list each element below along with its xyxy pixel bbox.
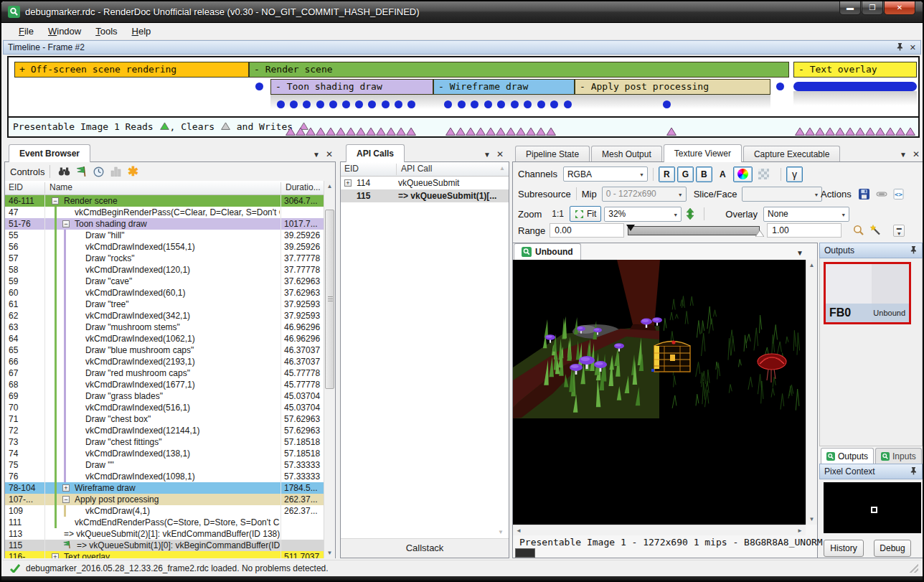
menu-file[interactable]: File — [11, 24, 41, 39]
timeline-draw-dot[interactable] — [511, 100, 519, 108]
save-texture-icon[interactable] — [856, 186, 873, 202]
event-row-72[interactable]: 72vkCmdDrawIndexed(12144,1)57.62963 — [5, 425, 324, 436]
api-calls-header[interactable]: EID API Call — [341, 162, 509, 177]
event-row-109[interactable]: 109vkCmdDraw(4,1)262.37... — [5, 505, 324, 517]
timeline-marker-bar[interactable]: - Render scene — [249, 62, 789, 78]
timeline-close-icon[interactable]: ✕ — [910, 43, 916, 52]
event-row-67[interactable]: 67Draw "red mushroom caps"45.77778 — [5, 367, 324, 379]
event-row-47[interactable]: 47vkCmdBeginRenderPass(C=Clear, D=Clear,… — [5, 207, 324, 218]
texture-tab-dropdown-icon[interactable]: ▼ — [796, 249, 803, 257]
collapse-icon[interactable]: − — [62, 496, 70, 503]
range-black-handle[interactable] — [626, 225, 635, 231]
tab-texture-viewer[interactable]: Texture Viewer — [664, 144, 742, 162]
time-draws-clock-icon[interactable] — [90, 164, 107, 179]
expand-icon[interactable]: + — [52, 553, 59, 558]
event-row-71[interactable]: 71Draw "chest box"57.62963 — [5, 413, 324, 425]
event-row-58[interactable]: 58vkCmdDrawIndexed(120,1)37.77778 — [5, 264, 324, 276]
texture-vscrollbar[interactable]: ▲ ▼ — [806, 260, 817, 525]
event-row-61[interactable]: 61Draw "tree"37.92593 — [5, 299, 324, 310]
fb0-thumbnail[interactable]: FB0 Unbound — [824, 262, 911, 324]
zoom-1to1-button[interactable]: 1:1 — [547, 206, 568, 222]
timeline-draw-dot[interactable] — [407, 100, 415, 108]
event-row-68[interactable]: 68vkCmdDrawIndexed(1677,1)45.77778 — [5, 379, 324, 390]
event-row-46111[interactable]: 46-111−Render scene3064.7... — [5, 195, 324, 207]
checkerboard-icon[interactable] — [755, 166, 773, 182]
timeline-draw-dot[interactable] — [524, 100, 532, 108]
event-row-76[interactable]: 76vkCmdDrawIndexed(1098,1)57.33333 — [5, 471, 324, 482]
api-call-row-114[interactable]: +114vkQueueSubmit — [341, 177, 509, 189]
channel-blue-button[interactable]: B — [696, 166, 712, 182]
menu-help[interactable]: Help — [125, 24, 159, 39]
event-row-59[interactable]: 59Draw "cave"37.62963 — [5, 276, 324, 287]
timeline-draw-dot[interactable] — [444, 100, 452, 108]
tab-event-browser[interactable]: Event Browser — [9, 144, 90, 162]
timeline-marker-bar[interactable]: + Off-screen scene rendering — [14, 62, 249, 78]
link-icon[interactable] — [873, 186, 890, 202]
channel-alpha-button[interactable]: A — [715, 166, 731, 182]
timeline-marker-bar[interactable]: - Apply post processing — [575, 79, 770, 95]
tab-inputs[interactable]: Inputs — [875, 448, 922, 464]
callstack-dropdown-icon[interactable]: ▼ — [498, 529, 504, 535]
outputs-pin-icon[interactable] — [910, 246, 918, 255]
event-row-65[interactable]: 65Draw "blue mushroom caps"46.37037 — [5, 344, 324, 356]
tab-unbound-texture[interactable]: Unbound — [514, 243, 581, 260]
right-panel-menu-icon[interactable]: ▼ — [900, 151, 907, 159]
event-row-66[interactable]: 66vkCmdDrawIndexed(2193,1)46.37037 — [5, 356, 324, 367]
event-browser-header[interactable]: EID Name Duratio... — [5, 181, 324, 195]
timeline-draw-dot[interactable] — [497, 100, 505, 108]
timeline-marker-bar[interactable]: - Text overlay — [793, 62, 917, 78]
slice-face-combo[interactable]: ▼ — [742, 187, 822, 202]
event-row-5176[interactable]: 51-76−Toon shading draw1017.7... — [5, 218, 324, 230]
timeline-marker-bar[interactable]: - Wireframe draw — [433, 79, 575, 95]
event-row-56[interactable]: 56vkCmdDrawIndexed(1554,1)39.25926 — [5, 241, 324, 253]
maximize-button[interactable]: ❐ — [862, 1, 883, 15]
timeline-draw-dot[interactable] — [458, 100, 466, 108]
timeline-event-dot[interactable] — [776, 83, 784, 90]
range-max-input[interactable]: 1.00 — [767, 223, 842, 238]
event-row-115[interactable]: 115=> vkQueueSubmit(1)[0]: vkBeginComman… — [5, 540, 324, 551]
autorange-wand-icon[interactable] — [867, 222, 885, 238]
outputs-dock-header[interactable]: Outputs — [819, 243, 923, 258]
timeline-draw-dot[interactable] — [329, 100, 337, 108]
collapse-icon[interactable]: − — [52, 197, 59, 205]
event-row-70[interactable]: 70vkCmdDrawIndexed(516,1)45.03704 — [5, 402, 324, 413]
pixel-context-view[interactable] — [824, 482, 921, 533]
event-browser-scrollbar[interactable]: ▲ ▼ — [324, 181, 335, 558]
pixel-context-pin-icon[interactable] — [910, 467, 918, 476]
timeline-event-dot[interactable] — [255, 83, 263, 90]
timeline-draw-dot[interactable] — [316, 100, 324, 108]
find-event-binoculars-icon[interactable] — [55, 164, 72, 179]
menu-tools[interactable]: Tools — [88, 24, 124, 39]
channels-combo[interactable]: RGBA▼ — [563, 166, 648, 182]
event-row-73[interactable]: 73Draw "chest fittings"57.18518 — [5, 436, 324, 448]
custom-action-star-icon[interactable]: ✱ — [124, 164, 141, 179]
minimize-button[interactable]: ▬ — [839, 1, 861, 15]
timeline-draw-dot[interactable] — [663, 100, 671, 108]
tab-api-calls[interactable]: API Calls — [346, 144, 405, 162]
api-calls-menu-icon[interactable]: ▼ — [484, 151, 491, 159]
timeline-draw-dot[interactable] — [277, 100, 285, 108]
resize-grip[interactable] — [910, 564, 918, 573]
close-button[interactable]: ✕ — [884, 1, 915, 15]
menu-window[interactable]: Window — [41, 24, 88, 39]
timeline-draw-capsule[interactable] — [793, 82, 917, 91]
stats-icon[interactable] — [107, 164, 124, 179]
timeline-marker-bar[interactable]: - Toon shading draw — [270, 79, 433, 95]
api-scroll-up-icon[interactable]: ▲ — [499, 165, 505, 172]
api-call-row-115[interactable]: 115=> vkQueueSubmit(1)[... — [341, 189, 509, 202]
bookmark-flag-icon[interactable] — [72, 164, 90, 179]
range-white-handle[interactable] — [755, 230, 764, 237]
title-bar[interactable]: debugmarker.rdc - RenderDoc Unofficial r… — [1, 1, 923, 23]
tab-capture-executable[interactable]: Capture Executable — [743, 146, 840, 162]
channel-red-button[interactable]: R — [659, 166, 675, 182]
event-row-57[interactable]: 57Draw "rocks"37.77778 — [5, 253, 324, 264]
timeline-draw-dot[interactable] — [564, 100, 572, 108]
texture-canvas[interactable] — [513, 260, 806, 525]
tab-mesh-output[interactable]: Mesh Output — [591, 146, 662, 162]
gamma-button[interactable]: γ — [786, 166, 803, 182]
api-calls-close-icon[interactable]: ✕ — [496, 149, 504, 159]
pin-icon[interactable] — [896, 43, 904, 52]
event-row-63[interactable]: 63Draw "mushroom stems"46.96296 — [5, 321, 324, 333]
event-row-111[interactable]: 111vkCmdEndRenderPass(C=Store, D=Store, … — [5, 517, 324, 528]
range-slider[interactable] — [626, 225, 764, 236]
